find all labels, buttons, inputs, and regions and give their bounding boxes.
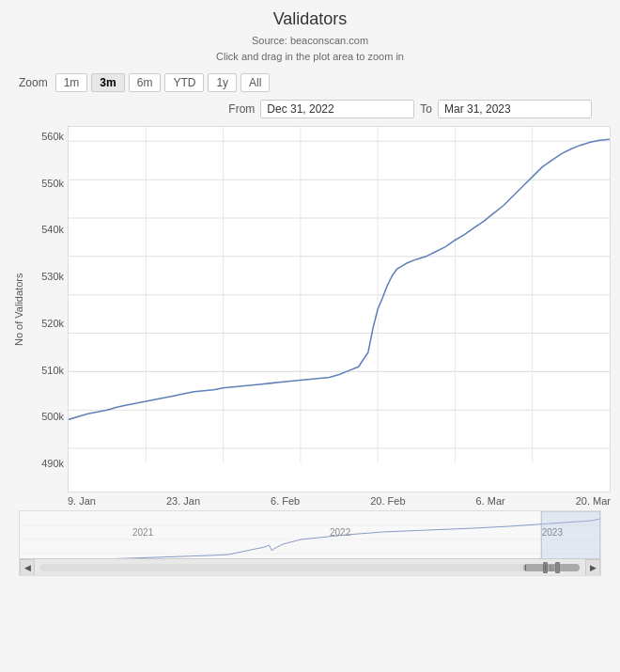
x-tick-9jan: 9. Jan bbox=[68, 495, 96, 507]
left-handle[interactable] bbox=[543, 562, 548, 573]
x-tick-20mar: 20. Mar bbox=[576, 495, 611, 507]
validators-chart: Validators Source: beaconscan.com Click … bbox=[0, 0, 620, 576]
y-axis-label: No of Validators bbox=[9, 126, 28, 492]
scroll-right-button[interactable]: ▶ bbox=[585, 559, 600, 576]
y-tick-550k: 550k bbox=[28, 178, 64, 189]
zoom-3m-button[interactable]: 3m bbox=[91, 73, 124, 92]
y-tick-520k: 520k bbox=[28, 318, 64, 329]
zoom-1m-button[interactable]: 1m bbox=[55, 73, 88, 92]
navigator-scrollbar: ◀ ||| ▶ bbox=[20, 558, 600, 575]
scroll-left-button[interactable]: ◀ bbox=[20, 559, 35, 576]
zoom-label: Zoom bbox=[19, 76, 48, 89]
y-tick-510k: 510k bbox=[28, 365, 64, 376]
nav-label-2022: 2022 bbox=[330, 527, 350, 538]
zoom-ytd-button[interactable]: YTD bbox=[164, 73, 204, 92]
chart-subtitle: Source: beaconscan.com Click and drag in… bbox=[9, 33, 611, 64]
y-tick-560k: 560k bbox=[28, 131, 64, 142]
y-tick-500k: 500k bbox=[28, 411, 64, 422]
zoom-controls: Zoom 1m 3m 6m YTD 1y All bbox=[9, 73, 611, 92]
x-tick-6mar: 6. Mar bbox=[476, 495, 505, 507]
to-date-input[interactable] bbox=[438, 100, 592, 118]
svg-rect-15 bbox=[20, 511, 600, 563]
zoom-1y-button[interactable]: 1y bbox=[208, 73, 237, 92]
nav-label-2023: 2023 bbox=[542, 527, 563, 538]
x-tick-6feb: 6. Feb bbox=[271, 495, 300, 507]
scrollbar-thumb[interactable]: ||| bbox=[523, 564, 580, 571]
navigator-inner: 2021 2022 2023 ◀ ||| bbox=[20, 511, 600, 575]
zoom-6m-button[interactable]: 6m bbox=[129, 73, 162, 92]
x-tick-23jan: 23. Jan bbox=[166, 495, 200, 507]
to-label: To bbox=[420, 102, 432, 116]
y-axis: 560k 550k 540k 530k 520k 510k 500k 490k bbox=[28, 126, 68, 492]
date-range: From To bbox=[9, 100, 611, 118]
x-tick-20feb: 20. Feb bbox=[370, 495, 405, 507]
scrollbar-handle-icon: ||| bbox=[549, 564, 553, 570]
x-axis-labels: 9. Jan 23. Jan 6. Feb 20. Feb 6. Mar 20.… bbox=[9, 492, 611, 507]
main-chart-area: No of Validators 560k 550k 540k 530k 520… bbox=[9, 126, 611, 492]
nav-label-2021: 2021 bbox=[132, 527, 153, 538]
from-date-input[interactable] bbox=[260, 100, 414, 118]
scrollbar-track[interactable]: ||| bbox=[40, 564, 580, 571]
from-label: From bbox=[228, 102, 255, 116]
y-tick-490k: 490k bbox=[28, 458, 64, 469]
y-tick-540k: 540k bbox=[28, 224, 64, 235]
chart-plot[interactable] bbox=[68, 126, 611, 492]
right-handle[interactable] bbox=[555, 562, 560, 573]
zoom-all-button[interactable]: All bbox=[240, 73, 270, 92]
y-tick-530k: 530k bbox=[28, 271, 64, 282]
navigator-container[interactable]: 2021 2022 2023 ◀ ||| bbox=[19, 510, 601, 576]
chart-title: Validators bbox=[9, 9, 611, 29]
